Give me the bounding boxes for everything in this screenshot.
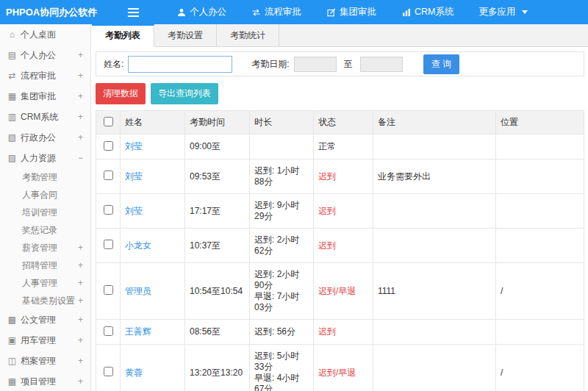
nav-item-personal-office[interactable]: 个人办公 <box>164 0 239 24</box>
flow-icon <box>251 7 261 17</box>
sidebar-subitem-reward-records[interactable]: 奖惩记录 <box>0 221 90 239</box>
edit-icon <box>326 7 336 17</box>
table-row: 小龙女10:37至迟到: 2小时62分迟到 <box>96 229 584 263</box>
sidebar-item-personal-desktop[interactable]: ⌂个人桌面 <box>0 24 90 45</box>
row-checkbox[interactable] <box>104 285 113 295</box>
row-checkbox[interactable] <box>104 367 113 376</box>
sidebar-subitem-label: 基础类别设置 <box>22 295 75 307</box>
duration: 迟到: 2小时90分 早退: 7小时03分 <box>250 263 314 320</box>
attendance-table: 姓名考勤时间时长状态备注位置 刘莹09:00至正常刘莹09:53至迟到: 1小时… <box>96 110 584 391</box>
status-label: 正常 <box>314 134 373 159</box>
sidebar-item-process-approval[interactable]: ⇄流程审批+ <box>0 65 90 86</box>
expand-icon[interactable]: + <box>78 356 83 366</box>
sidebar-subitem-recruit-mgmt[interactable]: 招聘管理+ <box>0 257 90 274</box>
expand-icon[interactable]: + <box>78 335 83 345</box>
sidebar-item-personal-office[interactable]: ▤个人办公+ <box>0 45 90 65</box>
expand-icon[interactable]: + <box>78 71 83 81</box>
location <box>496 134 584 159</box>
sidebar-subitem-personnel-contract[interactable]: 人事合同 <box>0 186 90 204</box>
duration: 迟到: 9小时29分 <box>250 194 314 229</box>
select-all-cell <box>96 111 121 134</box>
nav-item-process-approval[interactable]: 流程审批 <box>239 0 314 24</box>
employee-name-link[interactable]: 刘莹 <box>121 134 185 159</box>
employee-name-link[interactable]: 小龙女 <box>121 229 185 263</box>
expand-icon[interactable]: + <box>78 50 83 60</box>
employee-name-link[interactable]: 刘莹 <box>121 159 185 194</box>
location: / <box>496 345 584 391</box>
sidebar-item-archive-mgmt[interactable]: ◫档案管理+ <box>0 351 90 371</box>
remark <box>373 134 496 159</box>
employee-name-link[interactable]: 刘莹 <box>121 194 185 229</box>
expand-icon[interactable]: + <box>78 295 83 306</box>
tab-attendance-settings[interactable]: 考勤设置 <box>154 24 217 46</box>
expand-icon[interactable]: + <box>78 91 83 101</box>
sidebar-item-vehicle-mgmt[interactable]: ▣用车管理+ <box>0 330 90 351</box>
date-to-input[interactable] <box>360 57 403 72</box>
status-label: 迟到 <box>314 194 373 229</box>
tab-attendance-stats[interactable]: 考勤统计 <box>217 24 279 46</box>
export-list-button[interactable]: 导出查询列表 <box>151 83 218 104</box>
location <box>496 159 584 194</box>
remark: 业务需要外出 <box>373 159 496 194</box>
employee-name-link[interactable]: 王善辉 <box>121 320 185 345</box>
sidebar-subitem-base-category-settings[interactable]: 基础类别设置+ <box>0 292 90 309</box>
table-row: 刘莹09:00至正常 <box>96 134 584 159</box>
column-header: 姓名 <box>121 111 185 134</box>
remark <box>373 345 496 391</box>
sidebar-item-document-mgmt[interactable]: ▩公文管理+ <box>0 309 90 330</box>
topnav-items: 个人办公流程审批集团审批CRM系统更多应用 <box>164 0 540 24</box>
row-select-cell <box>96 263 121 320</box>
expand-icon[interactable]: + <box>78 132 83 143</box>
nav-item-label: 更多应用 <box>478 6 515 18</box>
nav-item-more-apps[interactable]: 更多应用 <box>466 0 540 24</box>
sidebar-subitem-personnel-mgmt[interactable]: 人事管理+ <box>0 274 90 292</box>
hamburger-menu-icon[interactable] <box>128 6 139 19</box>
expand-icon[interactable]: + <box>78 243 83 253</box>
employee-name-link[interactable]: 黄蓉 <box>121 345 185 391</box>
name-filter-input[interactable] <box>128 56 232 73</box>
attendance-time: 09:53至 <box>185 159 250 194</box>
row-select-cell <box>96 159 121 194</box>
row-select-cell <box>96 229 121 263</box>
row-checkbox[interactable] <box>104 171 113 180</box>
duration <box>250 134 314 159</box>
sidebar-subitem-training-mgmt[interactable]: 培训管理 <box>0 204 90 221</box>
expand-icon[interactable]: + <box>78 376 83 387</box>
remark <box>373 320 496 345</box>
duration: 迟到: 1小时88分 <box>250 159 314 194</box>
date-filter-label: 考勤日期: <box>251 58 289 71</box>
sidebar-item-crm-system[interactable]: ▥CRM系统+ <box>0 107 90 127</box>
select-all-checkbox[interactable] <box>104 117 113 126</box>
row-select-cell <box>96 134 121 159</box>
nav-item-crm-system[interactable]: CRM系统 <box>389 0 466 24</box>
search-button[interactable]: 查 询 <box>423 54 459 74</box>
tab-attendance-list[interactable]: 考勤列表 <box>92 24 154 47</box>
expand-icon[interactable]: + <box>78 112 83 122</box>
collapse-icon[interactable]: − <box>78 153 83 163</box>
expand-icon[interactable]: + <box>78 278 83 288</box>
chart-icon <box>401 7 411 17</box>
expand-icon[interactable]: + <box>78 260 83 270</box>
sidebar-subitem-attendance-mgmt[interactable]: 考勤管理 <box>0 168 90 186</box>
sidebar-item-project-mgmt[interactable]: ▦项目管理+ <box>0 371 90 391</box>
nav-item-group-approval[interactable]: 集团审批 <box>314 0 389 24</box>
row-checkbox[interactable] <box>104 326 113 336</box>
employee-name-link[interactable]: 管理员 <box>121 263 185 320</box>
row-checkbox[interactable] <box>104 141 113 151</box>
date-from-input[interactable] <box>294 57 337 72</box>
row-checkbox[interactable] <box>104 240 113 249</box>
sidebar-item-group-approval[interactable]: ▦集团审批+ <box>0 86 90 107</box>
app-logo: PHPOA协同办公软件 <box>0 6 94 19</box>
sidebar-subitem-label: 薪资管理 <box>22 242 57 254</box>
chevron-down-icon <box>522 10 528 14</box>
expand-icon[interactable]: + <box>78 315 83 325</box>
column-header: 时长 <box>250 111 314 134</box>
attendance-time: 10:37至 <box>185 229 250 263</box>
location: / <box>496 263 584 320</box>
row-checkbox[interactable] <box>104 205 113 215</box>
sidebar-subitem-salary-mgmt[interactable]: 薪资管理+ <box>0 239 90 257</box>
sidebar-subitem-label: 招聘管理 <box>22 259 57 272</box>
sidebar-item-human-resources[interactable]: ▨人力资源− <box>0 148 90 168</box>
clean-data-button[interactable]: 清理数据 <box>96 83 146 104</box>
sidebar-item-admin-office[interactable]: ▧行政办公+ <box>0 127 90 148</box>
